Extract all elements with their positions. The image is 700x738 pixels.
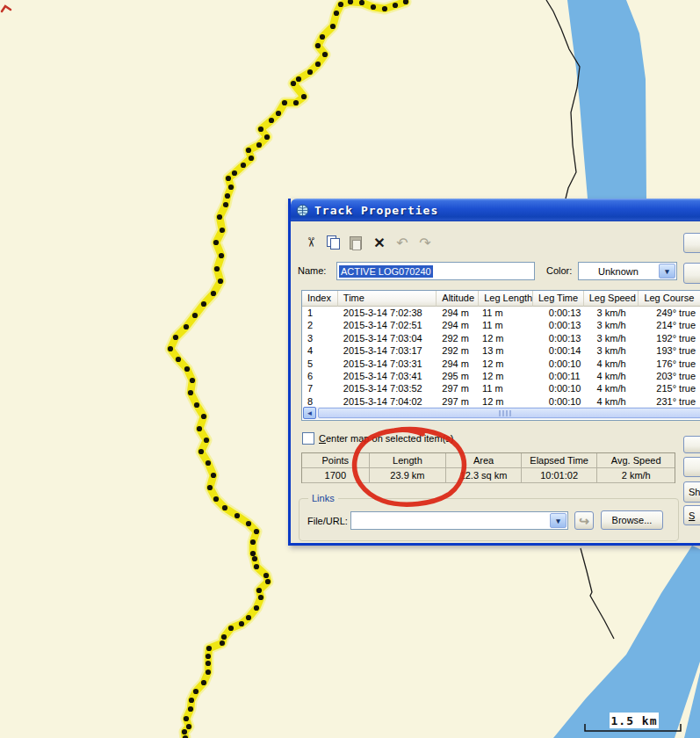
track-point-dot bbox=[182, 729, 187, 734]
track-point-dot bbox=[201, 301, 206, 307]
color-dropdown-value: Unknown bbox=[579, 266, 658, 277]
track-point-dot bbox=[382, 6, 387, 11]
table-cell: 214° true bbox=[639, 319, 700, 331]
side-button[interactable]: Sh bbox=[683, 481, 700, 503]
table-row[interactable]: 62015-3-14 7:03:41295 m12 m0:00:114 km/h… bbox=[302, 370, 700, 382]
table-cell: 6 bbox=[302, 370, 338, 382]
track-point-dot bbox=[235, 513, 240, 518]
track-point-dot bbox=[239, 621, 244, 626]
column-header[interactable]: Time bbox=[338, 291, 437, 307]
table-cell: 12 m bbox=[479, 395, 533, 408]
track-point-dot bbox=[307, 69, 313, 75]
table-cell: 2015-3-14 7:03:52 bbox=[338, 382, 437, 394]
column-header[interactable]: Index bbox=[302, 291, 338, 307]
cut-icon[interactable]: ✂ bbox=[303, 235, 319, 250]
track-point-dot bbox=[217, 214, 222, 220]
column-header[interactable]: Altitude bbox=[437, 291, 479, 307]
track-point-dot bbox=[322, 52, 328, 57]
scroll-grip bbox=[499, 410, 511, 416]
browse-button[interactable]: Browse... bbox=[601, 510, 663, 530]
table-cell: 231° true bbox=[639, 395, 700, 408]
track-point-dot bbox=[371, 4, 376, 10]
track-point-dot bbox=[193, 689, 198, 694]
track-point-dot bbox=[228, 626, 234, 631]
table-cell: 2015-3-14 7:03:41 bbox=[338, 370, 437, 382]
track-point-dot bbox=[291, 81, 296, 86]
track-point-dot bbox=[258, 595, 263, 600]
open-link-icon: ↪ bbox=[579, 514, 589, 528]
redo-icon[interactable]: ↷ bbox=[417, 235, 433, 250]
side-button[interactable] bbox=[683, 263, 700, 284]
table-cell: 3 bbox=[302, 332, 338, 344]
track-point-table[interactable]: IndexTimeAltitudeLeg LengthLeg TimeLeg S… bbox=[301, 290, 700, 421]
track-point-dot bbox=[228, 184, 234, 190]
table-row[interactable]: 82015-3-14 7:04:02297 m12 m0:00:104 km/h… bbox=[302, 395, 700, 408]
scale-label: 1.5 km bbox=[610, 713, 659, 728]
table-cell: 8 bbox=[302, 395, 338, 408]
paste-icon[interactable] bbox=[349, 235, 364, 250]
track-point-dot bbox=[246, 615, 251, 620]
track-point-dot bbox=[320, 34, 325, 40]
track-point-dot bbox=[222, 505, 227, 510]
dialog-toolbar: ✂✕↶↷ bbox=[303, 235, 440, 250]
table-row[interactable]: 12015-3-14 7:02:38294 m11 m0:00:133 km/h… bbox=[302, 307, 700, 319]
side-button[interactable]: S bbox=[683, 505, 700, 525]
table-cell: 0:00:10 bbox=[533, 382, 584, 394]
column-header[interactable]: Leg Course bbox=[639, 291, 700, 307]
table-row[interactable]: 32015-3-14 7:03:04292 m12 m0:00:133 km/h… bbox=[302, 332, 700, 344]
delete-icon[interactable]: ✕ bbox=[372, 235, 387, 250]
table-cell: 295 m bbox=[437, 370, 479, 382]
track-point-dot bbox=[225, 193, 230, 199]
track-point-dot bbox=[176, 357, 181, 362]
track-point-dot bbox=[184, 324, 189, 329]
dialog-titlebar[interactable]: Track Properties bbox=[291, 199, 700, 221]
copy-icon[interactable] bbox=[326, 235, 342, 250]
center-map-checkbox[interactable] bbox=[302, 432, 314, 445]
color-label: Color: bbox=[546, 265, 572, 276]
side-button[interactable] bbox=[683, 233, 700, 253]
name-input-selected-text: ACTIVE LOG070240 bbox=[339, 265, 433, 278]
horizontal-scrollbar[interactable]: ◄ bbox=[303, 407, 700, 419]
file-url-input[interactable]: ▾ bbox=[350, 511, 568, 530]
table-cell: 2015-3-14 7:02:38 bbox=[338, 307, 437, 319]
column-header[interactable]: Leg Time bbox=[533, 291, 584, 307]
chevron-down-icon[interactable]: ▾ bbox=[550, 513, 566, 528]
track-point-dot bbox=[254, 564, 259, 569]
color-dropdown[interactable]: Unknown ▾ bbox=[578, 262, 677, 280]
scroll-thumb[interactable] bbox=[318, 408, 700, 418]
side-button[interactable] bbox=[683, 436, 700, 453]
table-cell: 203° true bbox=[639, 370, 700, 382]
dialog-client-area: ✂✕↶↷ Name: ACTIVE LOG070240 Color: Unkno… bbox=[291, 221, 700, 543]
table-cell: 4 km/h bbox=[584, 382, 639, 394]
table-cell: 3 km/h bbox=[584, 307, 639, 319]
track-point-dot bbox=[188, 390, 193, 395]
open-link-button[interactable]: ↪ bbox=[574, 511, 594, 530]
track-point-dot bbox=[393, 3, 398, 8]
track-point-dot bbox=[192, 313, 198, 318]
column-header[interactable]: Leg Speed bbox=[584, 291, 639, 307]
table-cell: 249° true bbox=[639, 307, 700, 319]
browse-button-label: Browse... bbox=[612, 515, 653, 525]
track-point-dot bbox=[218, 279, 223, 284]
table-cell: 13 m bbox=[479, 344, 533, 357]
chevron-down-icon[interactable]: ▾ bbox=[659, 264, 675, 279]
table-row[interactable]: 52015-3-14 7:03:31294 m12 m0:00:104 km/h… bbox=[302, 358, 700, 370]
table-row[interactable]: 72015-3-14 7:03:52297 m11 m0:00:104 km/h… bbox=[302, 382, 700, 394]
scroll-left-button[interactable]: ◄ bbox=[303, 407, 316, 419]
track-point-dot bbox=[223, 202, 228, 207]
track-point-dot bbox=[173, 335, 178, 340]
side-button[interactable] bbox=[683, 457, 700, 477]
table-row[interactable]: 42015-3-14 7:03:17292 m13 m0:00:143 km/h… bbox=[302, 344, 700, 357]
table-row[interactable]: 22015-3-14 7:02:51294 m11 m0:00:133 km/h… bbox=[302, 319, 700, 331]
column-header[interactable]: Leg Length bbox=[479, 291, 533, 307]
side-button-label: Sh bbox=[689, 487, 700, 497]
track-point-dot bbox=[206, 646, 212, 651]
track-point-dot bbox=[264, 134, 270, 140]
track-point-dot bbox=[256, 142, 262, 148]
name-input[interactable]: ACTIVE LOG070240 bbox=[336, 262, 535, 280]
table-cell: 297 m bbox=[437, 382, 479, 394]
track-point-dot bbox=[194, 402, 199, 408]
track-point-dot bbox=[213, 240, 219, 245]
undo-icon[interactable]: ↶ bbox=[394, 235, 410, 250]
map-scale-indicator: 1.5 km bbox=[576, 710, 690, 736]
